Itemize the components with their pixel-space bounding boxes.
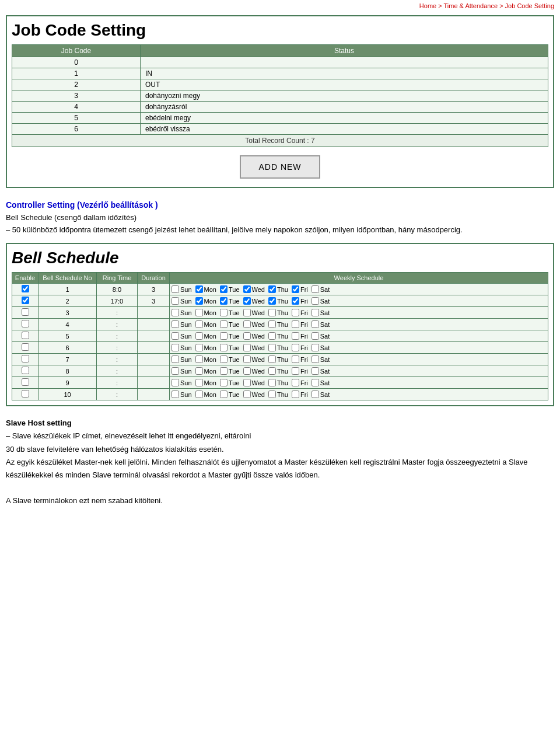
day-tue-checkbox[interactable] bbox=[220, 309, 228, 316]
enable-cell[interactable] bbox=[12, 319, 38, 330]
day-tue-checkbox[interactable] bbox=[220, 391, 228, 398]
weekly-schedule-cell[interactable]: SunMonTueWedThuFriSat bbox=[170, 354, 548, 365]
enable-checkbox[interactable] bbox=[22, 367, 29, 374]
enable-cell[interactable] bbox=[12, 342, 38, 354]
weekly-schedule-cell[interactable]: SunMonTueWedThuFriSat bbox=[170, 330, 548, 342]
enable-cell[interactable] bbox=[12, 307, 38, 319]
enable-checkbox[interactable] bbox=[22, 332, 29, 339]
day-thu-checkbox[interactable] bbox=[268, 309, 276, 316]
day-sun-checkbox[interactable] bbox=[172, 332, 179, 340]
enable-cell[interactable] bbox=[12, 389, 38, 400]
day-sat-checkbox[interactable] bbox=[312, 297, 319, 305]
day-mon-checkbox[interactable] bbox=[195, 309, 203, 316]
enable-checkbox[interactable] bbox=[22, 308, 29, 316]
day-wed-checkbox[interactable] bbox=[243, 355, 251, 363]
day-mon-checkbox[interactable] bbox=[195, 367, 203, 375]
enable-checkbox[interactable] bbox=[22, 320, 29, 327]
enable-cell[interactable] bbox=[12, 365, 38, 377]
day-sat-checkbox[interactable] bbox=[312, 367, 319, 375]
day-tue-checkbox[interactable] bbox=[220, 320, 228, 328]
day-fri-checkbox[interactable] bbox=[292, 320, 299, 328]
day-wed-checkbox[interactable] bbox=[243, 309, 251, 316]
enable-checkbox[interactable] bbox=[22, 285, 29, 292]
breadcrumb-home[interactable]: Home bbox=[419, 2, 436, 9]
day-fri-checkbox[interactable] bbox=[292, 355, 299, 363]
day-fri-checkbox[interactable] bbox=[292, 297, 299, 305]
add-new-button[interactable]: ADD NEW bbox=[240, 155, 320, 179]
day-thu-checkbox[interactable] bbox=[268, 367, 276, 375]
day-sat-checkbox[interactable] bbox=[312, 391, 319, 398]
day-tue-checkbox[interactable] bbox=[220, 332, 228, 340]
weekly-schedule-cell[interactable]: SunMonTueWedThuFriSat bbox=[170, 365, 548, 377]
day-sun-checkbox[interactable] bbox=[172, 344, 179, 351]
enable-checkbox[interactable] bbox=[22, 378, 29, 386]
enable-checkbox[interactable] bbox=[22, 297, 29, 304]
enable-checkbox[interactable] bbox=[22, 355, 29, 362]
day-sun-checkbox[interactable] bbox=[172, 391, 179, 398]
weekly-schedule-cell[interactable]: SunMonTueWedThuFriSat bbox=[170, 389, 548, 400]
day-mon-checkbox[interactable] bbox=[195, 297, 203, 305]
day-thu-checkbox[interactable] bbox=[268, 379, 276, 386]
day-thu-checkbox[interactable] bbox=[268, 297, 276, 305]
day-sun-checkbox[interactable] bbox=[172, 297, 179, 305]
day-sat-checkbox[interactable] bbox=[312, 344, 319, 351]
day-wed-checkbox[interactable] bbox=[243, 297, 251, 305]
day-sun-checkbox[interactable] bbox=[172, 320, 179, 328]
enable-checkbox[interactable] bbox=[22, 343, 29, 351]
day-fri-checkbox[interactable] bbox=[292, 309, 299, 316]
day-thu-checkbox[interactable] bbox=[268, 332, 276, 340]
weekly-schedule-cell[interactable]: SunMonTueWedThuFriSat bbox=[170, 284, 548, 295]
weekly-schedule-cell[interactable]: SunMonTueWedThuFriSat bbox=[170, 342, 548, 354]
day-sun-checkbox[interactable] bbox=[172, 355, 179, 363]
day-sat-checkbox[interactable] bbox=[312, 355, 319, 363]
day-sun-checkbox[interactable] bbox=[172, 367, 179, 375]
day-fri-checkbox[interactable] bbox=[292, 332, 299, 340]
day-thu-checkbox[interactable] bbox=[268, 285, 276, 293]
day-mon-checkbox[interactable] bbox=[195, 332, 203, 340]
weekly-schedule-cell[interactable]: SunMonTueWedThuFriSat bbox=[170, 377, 548, 389]
day-tue-checkbox[interactable] bbox=[220, 367, 228, 375]
enable-cell[interactable] bbox=[12, 354, 38, 365]
enable-checkbox[interactable] bbox=[22, 390, 29, 398]
day-fri-checkbox[interactable] bbox=[292, 379, 299, 386]
enable-cell[interactable] bbox=[12, 377, 38, 389]
day-wed-checkbox[interactable] bbox=[243, 320, 251, 328]
day-wed-checkbox[interactable] bbox=[243, 344, 251, 351]
day-mon-checkbox[interactable] bbox=[195, 344, 203, 351]
day-wed-checkbox[interactable] bbox=[243, 332, 251, 340]
day-wed-checkbox[interactable] bbox=[243, 367, 251, 375]
day-fri-checkbox[interactable] bbox=[292, 367, 299, 375]
weekly-schedule-cell[interactable]: SunMonTueWedThuFriSat bbox=[170, 319, 548, 330]
day-thu-checkbox[interactable] bbox=[268, 355, 276, 363]
breadcrumb-time-attendance[interactable]: Time & Attendance bbox=[444, 2, 498, 9]
day-tue-checkbox[interactable] bbox=[220, 297, 228, 305]
day-wed-checkbox[interactable] bbox=[243, 285, 251, 293]
day-mon-checkbox[interactable] bbox=[195, 320, 203, 328]
day-sat-checkbox[interactable] bbox=[312, 320, 319, 328]
day-thu-checkbox[interactable] bbox=[268, 320, 276, 328]
day-wed-checkbox[interactable] bbox=[243, 391, 251, 398]
day-sun-checkbox[interactable] bbox=[172, 285, 179, 293]
day-tue-checkbox[interactable] bbox=[220, 355, 228, 363]
weekly-schedule-cell[interactable]: SunMonTueWedThuFriSat bbox=[170, 295, 548, 307]
day-mon-checkbox[interactable] bbox=[195, 355, 203, 363]
day-tue-checkbox[interactable] bbox=[220, 344, 228, 351]
weekly-schedule-cell[interactable]: SunMonTueWedThuFriSat bbox=[170, 307, 548, 319]
day-fri-checkbox[interactable] bbox=[292, 391, 299, 398]
day-wed-checkbox[interactable] bbox=[243, 379, 251, 386]
day-sun-checkbox[interactable] bbox=[172, 309, 179, 316]
enable-cell[interactable] bbox=[12, 295, 38, 307]
enable-cell[interactable] bbox=[12, 330, 38, 342]
day-thu-checkbox[interactable] bbox=[268, 391, 276, 398]
day-sat-checkbox[interactable] bbox=[312, 309, 319, 316]
day-mon-checkbox[interactable] bbox=[195, 391, 203, 398]
day-thu-checkbox[interactable] bbox=[268, 344, 276, 351]
day-sat-checkbox[interactable] bbox=[312, 379, 319, 386]
day-mon-checkbox[interactable] bbox=[195, 379, 203, 386]
day-fri-checkbox[interactable] bbox=[292, 344, 299, 351]
enable-cell[interactable] bbox=[12, 284, 38, 295]
day-sun-checkbox[interactable] bbox=[172, 379, 179, 386]
day-tue-checkbox[interactable] bbox=[220, 285, 228, 293]
day-sat-checkbox[interactable] bbox=[312, 332, 319, 340]
day-sat-checkbox[interactable] bbox=[312, 285, 319, 293]
